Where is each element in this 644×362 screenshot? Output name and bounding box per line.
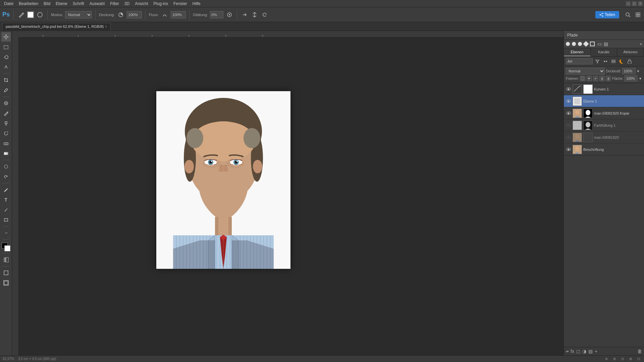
glaettung-settings-icon[interactable] <box>225 11 233 19</box>
menu-filter[interactable]: Filter <box>107 1 122 7</box>
menu-hilfe[interactable]: Hilfe <box>190 1 203 7</box>
fill-input[interactable] <box>625 75 637 81</box>
text-tool[interactable]: T <box>1 195 11 204</box>
layer-options-2[interactable] <box>610 58 617 65</box>
dodge-tool[interactable] <box>1 172 11 181</box>
layer-item-kurven1[interactable]: Kurven 1 <box>564 83 644 95</box>
tab-aktionen[interactable]: Aktionen <box>617 48 644 56</box>
rectangle-tool[interactable] <box>1 215 11 225</box>
layer-toggle-active[interactable]: ⏾ <box>618 58 625 65</box>
lock-all-icon[interactable] <box>606 76 611 81</box>
layer-style-icon[interactable]: fx <box>571 349 574 354</box>
layer-lock-active[interactable] <box>626 58 633 65</box>
fill-chevron[interactable]: ▼ <box>639 77 642 80</box>
menu-ebene[interactable]: Ebene <box>53 1 70 7</box>
brush-icon[interactable] <box>17 11 25 19</box>
clone-stamp-tool[interactable] <box>1 119 11 128</box>
blur-tool[interactable] <box>1 162 11 171</box>
panel-circle-1[interactable] <box>566 42 570 46</box>
layer-mask-add-icon[interactable]: ◻ <box>576 349 580 354</box>
modus-select[interactable]: Normal <box>65 11 92 18</box>
layer-item-man[interactable]: man-59081920 <box>564 131 644 143</box>
layer-visibility-man[interactable] <box>566 135 571 140</box>
layer-visibility-man-kopie[interactable] <box>566 111 571 116</box>
layer-visibility-kurven1[interactable] <box>566 86 571 92</box>
layer-item-beschriftung[interactable]: Beschriftung <box>564 143 644 156</box>
tab-close-button[interactable]: × <box>105 25 107 28</box>
lock-image-icon[interactable] <box>587 76 592 81</box>
crop-tool[interactable] <box>1 75 11 85</box>
frame-mode-icon[interactable] <box>1 278 11 288</box>
color-swatches[interactable] <box>2 243 10 251</box>
layer-visibility-beschriftung[interactable] <box>566 147 571 152</box>
tab-kanaele[interactable]: Kanäle <box>591 48 618 56</box>
fluss-input[interactable] <box>171 11 186 18</box>
lock-position-icon[interactable] <box>599 76 604 81</box>
more-tools[interactable]: ··· <box>1 228 11 238</box>
quick-mask-icon[interactable] <box>1 255 11 264</box>
status-icon-1[interactable]: ⊕ <box>604 356 609 362</box>
close-button[interactable]: × <box>638 1 643 6</box>
menu-ansicht[interactable]: Ansicht <box>132 1 151 7</box>
lock-transparent-icon[interactable] <box>580 76 585 81</box>
status-icon-5[interactable]: ⊡ <box>636 356 641 362</box>
menu-plugins[interactable]: Plug-ins <box>151 1 171 7</box>
menu-datei[interactable]: Datei <box>1 1 16 7</box>
symmetry-icon[interactable] <box>251 11 259 19</box>
blend-mode-select[interactable]: Normal <box>566 68 605 74</box>
gradient-tool[interactable] <box>1 149 11 158</box>
opacity-input[interactable] <box>622 68 636 74</box>
background-color[interactable] <box>4 245 10 251</box>
panel-diamond[interactable] <box>583 41 589 47</box>
layer-delete-icon[interactable]: 🗑 <box>637 349 642 354</box>
layer-item-man-kopie[interactable]: man-59081920 Kopie <box>564 107 644 119</box>
eyedropper-tool[interactable] <box>1 85 11 95</box>
layer-item-farbfuellung[interactable]: Farbfüllung 1 <box>564 119 644 131</box>
menu-3d[interactable]: 3D <box>122 1 132 7</box>
document-tab[interactable]: passbild_biometrisch_chip.psd bei 62,6% … <box>2 23 111 30</box>
move-tool[interactable] <box>1 32 11 42</box>
panel-square[interactable] <box>590 42 595 46</box>
status-icon-2[interactable]: ⊞ <box>612 356 617 362</box>
layer-item-ebene1[interactable]: Ebene 1 <box>564 95 644 107</box>
search-icon[interactable] <box>624 11 632 19</box>
status-icon-4[interactable]: ⊠ <box>628 356 633 362</box>
panel-circle-3[interactable] <box>578 42 582 46</box>
panel-icon-6[interactable]: ▤ <box>604 41 608 47</box>
quick-select-tool[interactable] <box>1 62 11 72</box>
minimize-button[interactable]: – <box>626 1 631 6</box>
pen-tool[interactable] <box>1 185 11 194</box>
brush-preset-icon[interactable] <box>36 11 44 19</box>
opacity-chevron[interactable]: ▼ <box>637 69 640 73</box>
panel-circle-2[interactable] <box>572 42 576 46</box>
view-icon[interactable] <box>634 11 642 19</box>
lasso-tool[interactable] <box>1 52 11 62</box>
layer-visibility-farbfuellung[interactable] <box>566 123 571 128</box>
deckung-input[interactable] <box>127 11 142 18</box>
screen-mode-icon[interactable] <box>1 268 11 278</box>
layer-new-icon[interactable]: + <box>595 349 597 354</box>
layer-search[interactable] <box>566 58 593 64</box>
layer-adjustment-icon[interactable]: ◑ <box>582 349 586 354</box>
menu-auswahl[interactable]: Auswahl <box>87 1 107 7</box>
status-icon-3[interactable]: ⊟ <box>620 356 625 362</box>
panel-icon-5[interactable]: ▭ <box>597 41 602 47</box>
menu-bearbeiten[interactable]: Bearbeiten <box>16 1 41 7</box>
history-brush-tool[interactable] <box>1 129 11 138</box>
layer-group-icon[interactable]: ▤ <box>588 349 593 354</box>
lock-artboard-icon[interactable] <box>593 76 598 81</box>
brush-tool[interactable] <box>1 109 11 118</box>
layer-visibility-ebene1[interactable] <box>566 99 571 104</box>
path-selection-tool[interactable] <box>1 205 11 215</box>
menu-schrift[interactable]: Schrift <box>70 1 87 7</box>
maximize-button[interactable]: □ <box>632 1 637 6</box>
healing-brush-tool[interactable] <box>1 99 11 108</box>
filter-icon[interactable] <box>594 58 601 65</box>
panel-icon-7[interactable]: ≡ <box>640 42 642 46</box>
eraser-tool[interactable] <box>1 139 11 148</box>
selection-tool[interactable] <box>1 42 11 52</box>
foreground-color-icon[interactable] <box>27 11 34 18</box>
layer-options-1[interactable] <box>602 58 609 65</box>
rotate-icon[interactable] <box>261 11 269 19</box>
glaettung-input[interactable] <box>210 11 223 18</box>
